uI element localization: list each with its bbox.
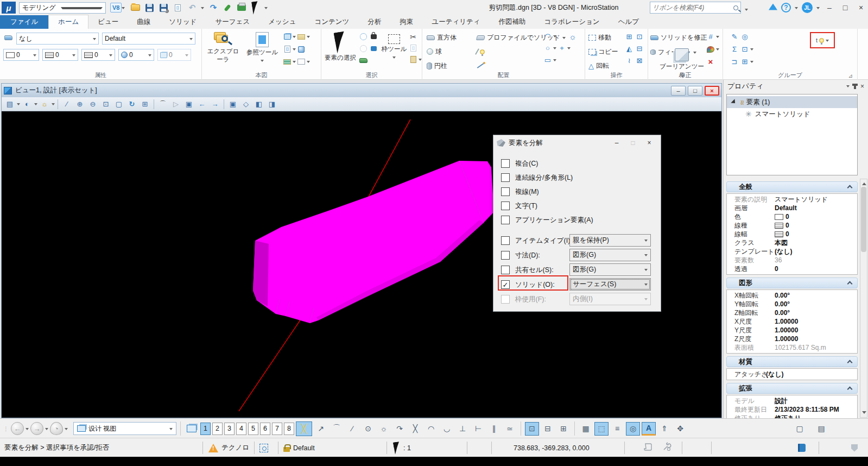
check-text[interactable]: 文字(T) (501, 199, 537, 212)
snap-keypoint-icon[interactable]: ⌒ (330, 422, 344, 435)
active-level-combo[interactable]: Default (102, 33, 195, 45)
undo-button[interactable]: ↶ (187, 3, 197, 12)
paste-icon[interactable] (408, 55, 418, 64)
selection-mode-icon[interactable] (259, 444, 268, 452)
array-icon[interactable]: ⊞ (624, 32, 634, 41)
view-previous-button[interactable]: ← (11, 422, 24, 435)
copy-view-icon[interactable]: ▣ (227, 99, 239, 110)
tools-wrench-icon[interactable] (662, 442, 671, 454)
notifications-bell-icon[interactable] (769, 4, 777, 12)
sharedcell-select[interactable]: 図形(G) (569, 263, 651, 276)
align-icon[interactable]: ⊟ (635, 44, 644, 53)
snap-parallel-icon[interactable]: ∥ (487, 422, 501, 435)
tab-utilities[interactable]: ユーティリティ (422, 15, 489, 29)
tab-analyze[interactable]: 分析 (358, 15, 390, 29)
dialog-close-button[interactable]: × (641, 137, 657, 148)
redo-button[interactable]: ↷ (208, 3, 218, 12)
group-hole-icon[interactable]: ◎ (740, 32, 750, 41)
prop-row[interactable]: X尺度1.00000 (727, 317, 857, 326)
quick-groups-icon[interactable] (358, 56, 368, 65)
message-scroll-icon[interactable] (643, 442, 653, 454)
chevron-down-icon[interactable] (816, 7, 820, 11)
chevron-down-icon[interactable] (745, 9, 748, 12)
markup-icon[interactable]: ▢ (793, 422, 807, 436)
checkbox[interactable] (501, 187, 510, 196)
grip-handle[interactable]: ⋮ (3, 426, 9, 432)
print-button[interactable] (236, 3, 246, 12)
tab-surfaces[interactable]: サーフェス (206, 15, 259, 29)
select-none-icon[interactable] (358, 44, 368, 53)
snap-center-icon[interactable]: ⊙ (361, 422, 375, 435)
walk-icon[interactable]: ⌒ (157, 99, 169, 110)
prop-row[interactable]: 要素の説明スマートソリッド (727, 195, 857, 204)
restore-button[interactable]: □ (839, 2, 851, 14)
prop-row[interactable]: Z尺度1.00000 (727, 335, 857, 343)
shield-icon[interactable] (851, 444, 858, 452)
accusnap-popup-icon[interactable]: ⊟ (541, 422, 555, 436)
snap-tangent-icon[interactable]: ◠ (424, 422, 438, 435)
save-as-button[interactable] (173, 3, 183, 12)
view-minimize-button[interactable]: – (671, 86, 686, 96)
dialog-minimize-button[interactable]: – (609, 137, 625, 148)
fly-icon[interactable]: ▷ (170, 99, 182, 110)
snap-bisector-icon[interactable]: ↷ (392, 422, 407, 435)
arc-icon[interactable]: ◠ (543, 32, 553, 41)
check-dimension[interactable]: 寸法(D): (501, 249, 540, 262)
sheets-icon[interactable] (296, 32, 306, 41)
view-toggle-1[interactable]: 1 (200, 423, 211, 435)
dialog-maximize-button[interactable]: □ (625, 137, 641, 148)
accusnap-toggle-icon[interactable]: ⊡ (525, 422, 539, 436)
create-chain-icon[interactable]: Σ (730, 45, 739, 54)
tree-root-row[interactable]: ≀≀ 要素 (1) (727, 96, 857, 108)
snap-nearest-icon[interactable]: ↗ (314, 422, 328, 435)
snap-intersection-icon[interactable]: ╳ (408, 422, 422, 435)
transparency-toggle-icon[interactable]: ◎ (626, 422, 640, 436)
prop-row[interactable]: Y軸回転0.00° (727, 300, 857, 308)
fence-tools-button[interactable]: 枠ツール (380, 30, 408, 70)
ribbon-search-input[interactable]: リボンを検索(F4) (650, 2, 741, 14)
tab-mesh[interactable]: メッシュ (259, 15, 305, 29)
snap-perpendicular-point-icon[interactable]: ⊢ (471, 422, 485, 435)
lighting-icon[interactable]: ☼ (39, 99, 50, 110)
view-next-button[interactable]: → (30, 422, 43, 435)
sheet-page-icon[interactable] (282, 45, 292, 54)
copy-button[interactable]: コピー (588, 46, 618, 58)
prop-row[interactable]: 線種0 (727, 221, 857, 230)
dialog-title-bar[interactable]: 要素を分解 – □ × (493, 135, 661, 150)
checkbox[interactable] (501, 236, 510, 245)
chevron-down-icon[interactable] (201, 7, 204, 11)
view-title-bar[interactable]: ビュー1, 設計 [表示セット] – □ × (2, 84, 721, 97)
tab-view[interactable]: ビュー (88, 15, 128, 29)
grid-models-icon[interactable] (296, 57, 306, 66)
drop-element-button-highlighted[interactable]: t (810, 32, 835, 48)
fence-mode-icon[interactable]: ⬚ (594, 422, 609, 436)
adjust-view-icon[interactable]: ∕ (61, 99, 73, 110)
mesh-grid-icon[interactable]: ⊞ (740, 57, 750, 66)
manage-view-groups-icon[interactable] (185, 424, 199, 433)
stretch-icon[interactable]: ≀ (624, 56, 634, 65)
active-color-combo[interactable]: 0 (3, 49, 39, 61)
fit-view-icon[interactable]: ▢ (113, 99, 125, 110)
place-cylinder-button[interactable]: 円柱 (427, 60, 457, 72)
properties-scrollbar[interactable] (860, 179, 867, 418)
snap-point-through-icon[interactable]: ≃ (503, 422, 517, 435)
rotate-view-icon[interactable]: ↻ (126, 99, 138, 110)
save-button[interactable] (144, 3, 155, 12)
element-selection-quick-button[interactable] (250, 3, 261, 12)
annotation-scale-icon[interactable]: A (642, 422, 656, 436)
details-list-icon[interactable] (296, 45, 306, 54)
view-close-button-highlighted[interactable]: × (705, 86, 719, 96)
chevron-down-icon[interactable] (795, 7, 798, 11)
pin-icon[interactable] (854, 84, 856, 89)
mirror-icon[interactable]: ◭ (624, 44, 634, 53)
clip-volume-icon[interactable]: ◇ (240, 99, 252, 110)
view-toggle-2[interactable]: 2 (212, 423, 223, 435)
close-button[interactable]: × (855, 2, 867, 14)
tab-file[interactable]: ファイル (0, 15, 48, 29)
view-history-icon[interactable]: ◔ (50, 422, 63, 435)
create-shape-icon[interactable]: ⊐ (730, 57, 739, 66)
tab-solids[interactable]: ソリッド (160, 15, 206, 29)
cut-icon[interactable]: ✂ (408, 32, 418, 41)
tree-expand-icon[interactable] (731, 99, 737, 105)
accusnap-hints-icon[interactable]: ⊞ (556, 422, 571, 436)
